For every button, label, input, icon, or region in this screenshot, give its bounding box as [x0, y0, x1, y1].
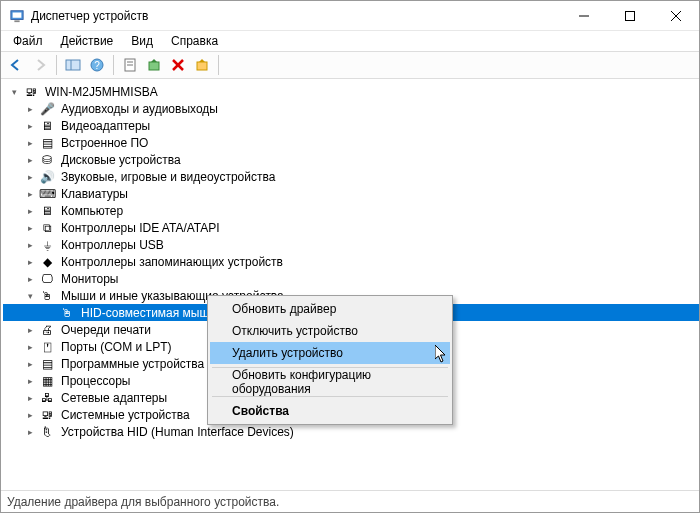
- device-category-icon: ▤: [39, 135, 55, 151]
- device-category-icon: ▦: [39, 373, 55, 389]
- mouse-icon: 🖱: [39, 288, 55, 304]
- chevron-right-icon[interactable]: ▸: [23, 153, 37, 167]
- tree-category-label: Контроллеры USB: [59, 238, 166, 252]
- tree-category-label: Мониторы: [59, 272, 120, 286]
- context-menu: Обновить драйвер Отключить устройство Уд…: [207, 295, 453, 425]
- svg-rect-4: [626, 11, 635, 20]
- tree-category-label: Процессоры: [59, 374, 133, 388]
- device-category-icon: ⍞: [39, 339, 55, 355]
- chevron-right-icon[interactable]: ▸: [23, 391, 37, 405]
- device-category-icon: ⛁: [39, 152, 55, 168]
- uninstall-button[interactable]: [167, 54, 189, 76]
- tree-category[interactable]: ▸◆Контроллеры запоминающих устройств: [3, 253, 699, 270]
- chevron-right-icon[interactable]: ▸: [23, 272, 37, 286]
- tree-category[interactable]: ▸🖁Устройства HID (Human Interface Device…: [3, 423, 699, 440]
- tree-category-label: Компьютер: [59, 204, 125, 218]
- disable-button[interactable]: [191, 54, 213, 76]
- window-title: Диспетчер устройств: [31, 9, 561, 23]
- minimize-button[interactable]: [561, 1, 607, 31]
- menubar: Файл Действие Вид Справка: [1, 31, 699, 51]
- tree-category-label: Системные устройства: [59, 408, 192, 422]
- ctx-scan-hardware[interactable]: Обновить конфигурацию оборудования: [210, 371, 450, 393]
- svg-rect-7: [66, 60, 80, 70]
- tree-device-label: HID-совместимая мышь: [79, 306, 217, 320]
- tree-root[interactable]: ▾ 🖳 WIN-M2J5MHMISBA: [3, 83, 699, 100]
- chevron-right-icon[interactable]: ▸: [23, 340, 37, 354]
- menu-help[interactable]: Справка: [163, 33, 226, 49]
- svg-rect-2: [14, 20, 19, 22]
- svg-rect-14: [149, 62, 159, 70]
- chevron-right-icon[interactable]: ▸: [23, 425, 37, 439]
- tree-category-label: Контроллеры запоминающих устройств: [59, 255, 285, 269]
- chevron-right-icon[interactable]: ▸: [23, 374, 37, 388]
- menu-file[interactable]: Файл: [5, 33, 51, 49]
- properties-button[interactable]: [119, 54, 141, 76]
- chevron-down-icon[interactable]: ▾: [23, 289, 37, 303]
- device-category-icon: 🖥: [39, 203, 55, 219]
- ctx-properties[interactable]: Свойства: [210, 400, 450, 422]
- menu-action[interactable]: Действие: [53, 33, 122, 49]
- toolbar: ?: [1, 51, 699, 79]
- back-button[interactable]: [5, 54, 27, 76]
- menu-view[interactable]: Вид: [123, 33, 161, 49]
- forward-button[interactable]: [29, 54, 51, 76]
- tree-category-label: Аудиовходы и аудиовыходы: [59, 102, 220, 116]
- chevron-right-icon[interactable]: ▸: [23, 357, 37, 371]
- tree-category-label: Дисковые устройства: [59, 153, 183, 167]
- tree-category[interactable]: ▸⏚Контроллеры USB: [3, 236, 699, 253]
- app-icon: [9, 8, 25, 24]
- mouse-icon: 🖱: [59, 305, 75, 321]
- toolbar-separator: [113, 55, 114, 75]
- tree-category-label: Встроенное ПО: [59, 136, 150, 150]
- ctx-uninstall-device[interactable]: Удалить устройство: [210, 342, 450, 364]
- svg-rect-1: [13, 12, 22, 17]
- tree-category[interactable]: ▸▤Встроенное ПО: [3, 134, 699, 151]
- computer-icon: 🖳: [23, 84, 39, 100]
- chevron-right-icon[interactable]: ▸: [23, 221, 37, 235]
- tree-category-label: Звуковые, игровые и видеоустройства: [59, 170, 277, 184]
- tree-category[interactable]: ▸⧉Контроллеры IDE ATA/ATAPI: [3, 219, 699, 236]
- ctx-update-driver[interactable]: Обновить драйвер: [210, 298, 450, 320]
- maximize-button[interactable]: [607, 1, 653, 31]
- help-button[interactable]: ?: [86, 54, 108, 76]
- chevron-right-icon[interactable]: ▸: [23, 102, 37, 116]
- update-driver-button[interactable]: [143, 54, 165, 76]
- device-category-icon: 🖁: [39, 424, 55, 440]
- statusbar: Удаление драйвера для выбранного устройс…: [1, 490, 699, 512]
- device-category-icon: ▤: [39, 356, 55, 372]
- tree-category[interactable]: ▸🔊Звуковые, игровые и видеоустройства: [3, 168, 699, 185]
- chevron-right-icon[interactable]: ▸: [23, 170, 37, 184]
- device-category-icon: ⏚: [39, 237, 55, 253]
- tree-category-label: Сетевые адаптеры: [59, 391, 169, 405]
- chevron-right-icon[interactable]: ▸: [23, 323, 37, 337]
- ctx-disable-device[interactable]: Отключить устройство: [210, 320, 450, 342]
- tree-category[interactable]: ▸🎤Аудиовходы и аудиовыходы: [3, 100, 699, 117]
- chevron-down-icon[interactable]: ▾: [7, 85, 21, 99]
- tree-category[interactable]: ▸⛁Дисковые устройства: [3, 151, 699, 168]
- chevron-right-icon[interactable]: ▸: [23, 136, 37, 150]
- chevron-right-icon[interactable]: ▸: [23, 187, 37, 201]
- chevron-right-icon[interactable]: ▸: [23, 119, 37, 133]
- tree-category-label: Клавиатуры: [59, 187, 130, 201]
- tree-category-label: Программные устройства: [59, 357, 206, 371]
- tree-category-label: Порты (COM и LPT): [59, 340, 174, 354]
- device-category-icon: ⧉: [39, 220, 55, 236]
- show-hide-console-button[interactable]: [62, 54, 84, 76]
- chevron-right-icon[interactable]: ▸: [23, 238, 37, 252]
- titlebar: Диспетчер устройств: [1, 1, 699, 31]
- tree-category[interactable]: ▸⌨Клавиатуры: [3, 185, 699, 202]
- statusbar-text: Удаление драйвера для выбранного устройс…: [7, 495, 279, 509]
- device-category-icon: 🎤: [39, 101, 55, 117]
- ctx-separator: [212, 396, 448, 397]
- chevron-right-icon[interactable]: ▸: [23, 408, 37, 422]
- chevron-right-icon[interactable]: ▸: [23, 204, 37, 218]
- tree-category[interactable]: ▸🖥Видеоадаптеры: [3, 117, 699, 134]
- device-category-icon: ⌨: [39, 186, 55, 202]
- empty-expander: [43, 306, 57, 320]
- device-category-icon: 🖧: [39, 390, 55, 406]
- chevron-right-icon[interactable]: ▸: [23, 255, 37, 269]
- close-button[interactable]: [653, 1, 699, 31]
- device-category-icon: 🖨: [39, 322, 55, 338]
- tree-category[interactable]: ▸🖥Компьютер: [3, 202, 699, 219]
- tree-category[interactable]: ▸🖵Мониторы: [3, 270, 699, 287]
